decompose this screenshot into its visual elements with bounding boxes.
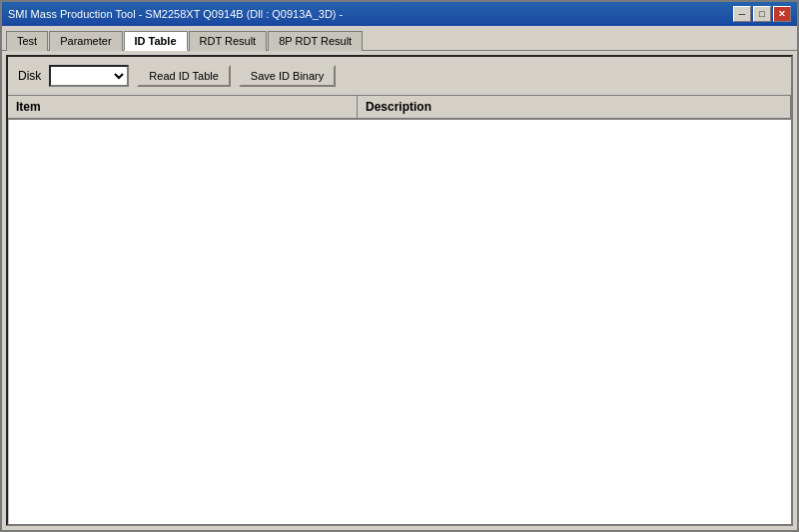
title-bar: SMI Mass Production Tool - SM2258XT Q091… (2, 2, 797, 26)
close-button[interactable]: ✕ (773, 6, 791, 22)
title-bar-controls: ─ □ ✕ (733, 6, 791, 22)
tab-rdt-result[interactable]: RDT Result (189, 31, 268, 51)
minimize-button[interactable]: ─ (733, 6, 751, 22)
disk-select[interactable] (49, 65, 129, 87)
maximize-button[interactable]: □ (753, 6, 771, 22)
title-bar-text: SMI Mass Production Tool - SM2258XT Q091… (8, 8, 343, 20)
tab-8p-rdt-result[interactable]: 8P RDT Result (268, 31, 363, 51)
inner-panel: Disk Read ID Table Save ID Binary Item D… (6, 55, 793, 526)
main-window: SMI Mass Production Tool - SM2258XT Q091… (0, 0, 799, 532)
tab-id-table[interactable]: ID Table (124, 31, 188, 51)
content-wrapper: Disk Read ID Table Save ID Binary Item D… (2, 51, 797, 530)
save-id-binary-button[interactable]: Save ID Binary (239, 65, 336, 87)
table-body (8, 120, 791, 524)
tab-test[interactable]: Test (6, 31, 48, 51)
tab-parameter[interactable]: Parameter (49, 31, 122, 51)
tabs-bar: Test Parameter ID Table RDT Result 8P RD… (2, 26, 797, 51)
disk-label: Disk (18, 69, 41, 83)
table-header: Item Description (8, 96, 791, 120)
table-container: Item Description (8, 96, 791, 524)
read-id-table-button[interactable]: Read ID Table (137, 65, 231, 87)
toolbar: Disk Read ID Table Save ID Binary (8, 57, 791, 96)
column-header-item: Item (8, 96, 358, 119)
column-header-description: Description (358, 96, 791, 119)
